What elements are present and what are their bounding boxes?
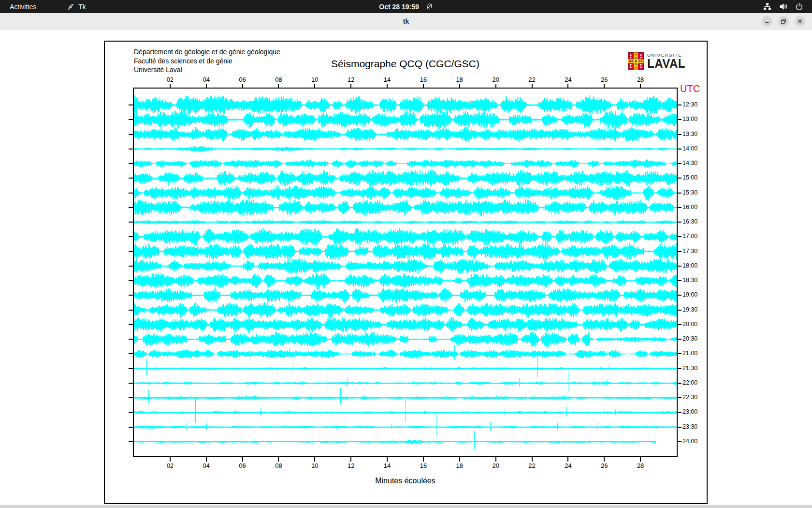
x-tick — [314, 84, 315, 89]
utc-tick-label: 21:30 — [682, 365, 697, 372]
left-tick — [129, 397, 133, 398]
app-menu-label: Tk — [78, 3, 86, 11]
activities-button[interactable]: Activities — [4, 0, 42, 13]
x-tick-label: 26 — [597, 462, 611, 469]
utc-tick — [678, 441, 682, 442]
maximize-button[interactable] — [778, 16, 789, 27]
minimize-icon — [764, 18, 770, 24]
top-bar: Activities Tk Oct 28 19:59 — [0, 0, 812, 13]
x-tick — [170, 84, 171, 89]
x-tick-label: 16 — [416, 76, 431, 83]
utc-tick — [678, 324, 682, 325]
app-menu-button[interactable]: Tk — [61, 0, 92, 13]
x-tick — [314, 457, 315, 462]
utc-tick-label: 24:00 — [682, 438, 697, 445]
x-tick — [640, 84, 641, 89]
utc-tick — [678, 266, 682, 267]
x-tick — [170, 457, 171, 462]
utc-tick-label: 14:00 — [682, 145, 697, 152]
utc-tick — [678, 295, 682, 296]
utc-tick-label: 23:00 — [682, 408, 697, 415]
x-tick — [532, 457, 533, 462]
utc-tick-label: 15:30 — [682, 189, 697, 196]
x-tick-label: 04 — [199, 462, 214, 469]
x-tick-label: 02 — [163, 76, 177, 83]
x-tick — [604, 457, 605, 462]
window-title: tk — [0, 13, 812, 30]
x-tick — [459, 457, 460, 462]
x-tick — [567, 457, 568, 462]
utc-tick-label: 12:30 — [682, 101, 697, 108]
left-tick — [129, 412, 133, 413]
utc-tick — [678, 207, 682, 208]
utc-tick — [678, 310, 682, 311]
x-tick — [387, 457, 388, 462]
utc-tick — [678, 368, 682, 369]
system-status-area[interactable] — [759, 0, 807, 13]
left-tick — [129, 178, 133, 179]
x-tick-label: 02 — [163, 462, 177, 469]
x-tick-label: 16 — [416, 462, 431, 469]
left-tick — [129, 119, 133, 120]
left-tick — [129, 134, 133, 135]
institution-line-1: Département de géologie et de génie géol… — [134, 48, 280, 56]
utc-tick-label: 15:00 — [682, 174, 697, 181]
x-tick-label: 20 — [489, 462, 503, 469]
x-tick-label: 18 — [452, 76, 467, 83]
left-tick — [129, 251, 133, 252]
left-tick — [129, 441, 133, 442]
laval-shield-icon — [628, 52, 644, 70]
utc-tick-label: 18:00 — [682, 262, 697, 269]
chart-title: Séismographe QCQ (CGC/GSC) — [134, 58, 677, 70]
x-tick — [242, 457, 243, 462]
utc-tick-label: 23:30 — [682, 423, 697, 430]
left-tick — [129, 105, 133, 105]
x-tick — [278, 84, 279, 89]
left-tick — [129, 207, 133, 208]
logo-line-laval: LAVAL — [647, 58, 685, 70]
utc-tick — [678, 251, 682, 252]
x-tick-label: 06 — [235, 462, 250, 469]
close-button[interactable] — [795, 16, 805, 27]
x-tick — [532, 84, 533, 89]
x-tick — [278, 457, 279, 462]
close-icon — [797, 18, 803, 24]
seismogram-canvas — [134, 89, 677, 456]
left-tick — [129, 339, 133, 340]
utc-tick — [678, 193, 682, 194]
x-tick-label: 28 — [633, 462, 648, 469]
left-tick — [129, 149, 133, 149]
x-tick-label: 22 — [525, 462, 539, 469]
minimize-button[interactable] — [762, 16, 772, 27]
utc-tick — [678, 353, 682, 354]
utc-tick — [678, 119, 682, 120]
utc-tick-label: 17:00 — [682, 233, 697, 239]
x-tick-label: 20 — [489, 76, 503, 83]
utc-tick-label: 21:00 — [682, 350, 697, 357]
speaker-icon — [779, 2, 787, 11]
utc-tick — [678, 339, 682, 340]
utc-tick-label: 20:30 — [682, 335, 697, 342]
x-tick — [242, 84, 243, 89]
left-tick — [129, 266, 133, 267]
left-tick — [129, 295, 133, 296]
left-tick — [129, 193, 133, 194]
x-tick — [567, 84, 568, 89]
x-tick-label: 18 — [452, 462, 467, 469]
utc-tick-label: 19:30 — [682, 306, 697, 313]
wired-network-icon — [763, 2, 771, 11]
utc-tick-label: 22:30 — [682, 394, 697, 401]
utc-tick-label: 20:00 — [682, 321, 697, 328]
clock-menu[interactable]: Oct 28 19:59 — [379, 0, 433, 13]
x-tick-label: 04 — [199, 76, 214, 83]
x-axis-title: Minutes écoulées — [134, 477, 677, 485]
utc-tick — [678, 134, 682, 135]
utc-tick-label: 16:30 — [682, 218, 697, 225]
utc-tick-label: 18:30 — [682, 277, 697, 284]
utc-tick — [678, 222, 682, 223]
left-tick — [129, 236, 133, 237]
bell-muted-icon — [426, 3, 433, 10]
x-tick-label: 08 — [271, 76, 286, 83]
utc-tick-label: 13:00 — [682, 116, 697, 122]
utc-tick-label: 13:30 — [682, 131, 697, 137]
